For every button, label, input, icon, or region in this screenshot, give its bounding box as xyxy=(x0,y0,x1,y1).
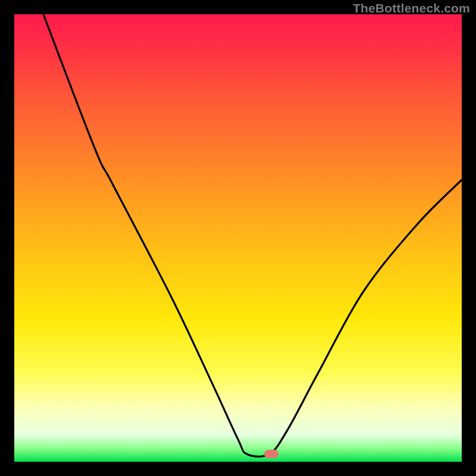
chart-curve-svg xyxy=(14,14,462,462)
optimal-point-marker xyxy=(264,450,278,458)
bottleneck-chart xyxy=(14,14,462,462)
watermark-label: TheBottleneck.com xyxy=(353,1,470,15)
bottleneck-curve xyxy=(43,14,462,456)
